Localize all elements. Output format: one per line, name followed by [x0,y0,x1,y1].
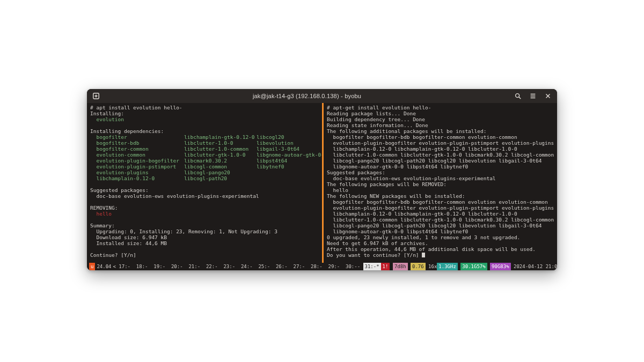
summary-line: Installed size: 44,6 MB [90,240,319,246]
load-badge: 0.76 [411,263,426,270]
out-line: libclutter-1.0-common libclutter-gtk-1.0… [327,152,554,158]
new-tab-icon[interactable] [91,91,101,101]
alert-badge: 1! [381,263,390,270]
out-line: Building dependency tree... Done [327,116,554,122]
search-icon[interactable] [513,91,523,101]
distro-badge: u [89,263,95,270]
out-line: libclutter-1.0-common libclutter-gtk-1.0… [327,217,554,223]
out-line: doc-base evolution-ews evolution-plugins… [327,175,554,181]
dep-row: evolution-plugin-bogofilterlibcmark0.30.… [90,158,319,164]
installing-pkg: evolution [90,116,319,122]
mem-badge: 30.1G57% [460,263,487,270]
suggested-pkgs: doc-base evolution-ews evolution-plugins… [90,193,319,199]
out-line: libcogl-pango20 libcogl-path20 libcogl20… [327,223,554,228]
out-line: The following packages will be REMOVED: [327,181,554,187]
release: 24.04 [95,263,113,270]
dep-row: evolution-plugin-pstimportlibcogl-common… [90,164,319,169]
summary-line: Download size: 6.947 kB [90,234,319,240]
byobu-status-bar: u 24.04 < 17:- 18:- 19:- 20:- 21:- 22:- … [87,263,557,270]
summary-header: Summary: [90,223,319,228]
cmd-line: # apt-get install evolution hello- [327,105,554,110]
disk-badge: 90G83% [490,263,511,270]
continue-prompt[interactable]: Continue? [Y/n] [90,252,319,258]
terminal-body[interactable]: # apt install evolution hello- Installin… [87,103,557,263]
out-line: bogofilter bogofilter-bdb bogofilter-com… [327,199,554,205]
dep-row: bogofilter-bdblibclutter-1.0-0libevoluti… [90,140,319,146]
cmd-line: # apt install evolution hello- [90,105,319,110]
dep-row: evolution-commonlibclutter-gtk-1.0-0libg… [90,152,319,158]
out-line: The following additional packages will b… [327,128,554,134]
current-session: 31:-* [363,263,381,270]
out-line: 0 upgraded, 23 newly installed, 1 to rem… [327,234,554,240]
titlebar: jak@jak-t14-g3 (192.168.0.138) - byobu [87,89,557,103]
continue-prompt[interactable]: Do you want to continue? [Y/n] [327,252,554,258]
out-line: libgnome-autoar-gtk-0-0 libpst4t64 libyt… [327,228,554,234]
close-icon[interactable] [543,91,553,101]
out-line: Reading package lists... Done [327,110,554,116]
out-line: evolution-plugin-bogofilter evolution-pl… [327,205,554,211]
out-line: After this operation, 44,6 MB of additio… [327,246,554,252]
installing-header: Installing: [90,110,319,116]
cursor-icon [422,253,425,257]
window-title: jak@jak-t14-g3 (192.168.0.138) - byobu [105,93,509,99]
right-pane[interactable]: # apt-get install evolution hello- Readi… [322,103,557,263]
date: 2024-04-12 [514,263,543,270]
time: 21:01:52 [546,263,557,270]
dep-row: libchamplain-0.12-0libcogl-path20 [90,175,319,181]
dep-row: bogofilter-commonlibclutter-1.0-commonli… [90,146,319,152]
dep-row: bogofilterlibchamplain-gtk-0.12-0libcogl… [90,134,319,140]
removing-pkg: hello [90,211,319,217]
out-line: libchamplain-0.12-0 libchamplain-gtk-0.1… [327,211,554,217]
out-line: Suggested packages: [327,169,554,175]
hamburger-menu-icon[interactable] [528,91,538,101]
out-line: libcogl-pango20 libcogl-path20 libcogl20… [327,158,554,164]
out-line: hello [327,187,554,193]
out-line: Need to get 6.947 kB of archives. [327,240,554,246]
cpu-badge: 16x16x1.3GHz1.3GHz [428,263,458,270]
removing-header: REMOVING: [90,205,319,211]
uptime-badge: 7d8h [393,263,408,270]
summary-line: Upgrading: 0, Installing: 23, Removing: … [90,228,319,234]
session-list: < 17:- 18:- 19:- 20:- 21:- 22:- 23:- 24:… [113,263,361,270]
svg-point-1 [516,94,519,98]
out-line: Reading state information... Done [327,122,554,128]
out-line: bogofilter bogofilter-bdb bogofilter-com… [327,134,554,140]
suggested-header: Suggested packages: [90,187,319,193]
out-line: libchamplain-0.12-0 libchamplain-gtk-0.1… [327,146,554,152]
out-line: libgnome-autoar-gtk-0-0 libpst4t64 libyt… [327,164,554,169]
deps-header: Installing dependencies: [90,128,319,134]
out-line: evolution-plugin-bogofilter evolution-pl… [327,140,554,146]
terminal-window: jak@jak-t14-g3 (192.168.0.138) - byobu #… [87,89,557,270]
left-pane[interactable]: # apt install evolution hello- Installin… [87,103,322,263]
dep-row: evolution-pluginslibcogl-pango20 [90,169,319,175]
out-line: The following NEW packages will be insta… [327,193,554,199]
